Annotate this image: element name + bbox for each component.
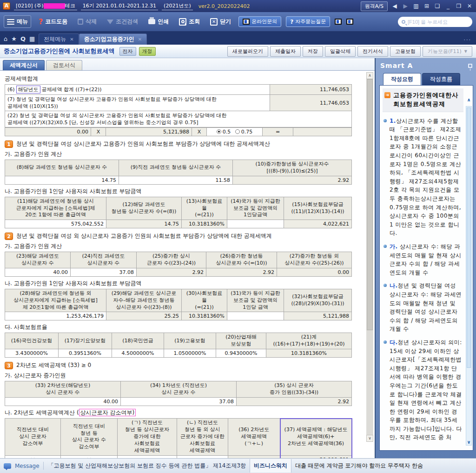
bulk-delete-button[interactable]: 일괄삭제 bbox=[325, 46, 356, 57]
scroll-down-icon[interactable]: ∨ bbox=[466, 440, 471, 445]
table-header-cell: (26)증가한 청년등 상시근로자 수(=(10)) bbox=[206, 252, 277, 268]
radio-rate-05[interactable] bbox=[217, 129, 221, 134]
section1-sub-a: 가. 고용증가 인원 계산 bbox=[5, 150, 375, 158]
table-value-cell: 2.92 bbox=[137, 268, 206, 276]
tab-writing-guide[interactable]: 작성요령 bbox=[383, 73, 421, 85]
employment-insurance-button[interactable]: 고용보험 bbox=[390, 46, 421, 57]
electronic-badge: 전자 bbox=[119, 47, 136, 56]
table-value-cell[interactable] bbox=[227, 312, 284, 320]
nav-forward-icon[interactable]: ▶ bbox=[402, 3, 409, 9]
nav-back-icon[interactable]: ◀ bbox=[391, 3, 398, 9]
scroll-up-icon[interactable]: ∧ bbox=[466, 97, 471, 102]
remote-as-button[interactable]: 원격A/S bbox=[361, 1, 388, 11]
print-button[interactable]: 인쇄 bbox=[145, 16, 172, 27]
tab-close-icon[interactable]: ✕ bbox=[70, 37, 73, 42]
close-button[interactable]: ✕ bbox=[466, 3, 473, 9]
sidebar-scrollbar[interactable]: ∧ ∨ bbox=[466, 106, 472, 446]
tab-close-icon[interactable]: ✕ bbox=[138, 37, 142, 42]
cascade-icon[interactable]: ❏ bbox=[434, 3, 441, 9]
window-small-icon-2[interactable] bbox=[346, 19, 353, 25]
faq-button[interactable]: ?자주묻는질문 bbox=[286, 16, 330, 27]
table-value-cell[interactable]: 14.75 bbox=[5, 176, 119, 184]
table-value-cell[interactable]: 37.08 bbox=[121, 397, 237, 406]
maximize-button[interactable]: ❒ bbox=[455, 3, 463, 9]
scrollbar-thumb[interactable] bbox=[367, 79, 373, 330]
table-value-cell[interactable] bbox=[227, 220, 284, 228]
year-select[interactable]: 해당년도 bbox=[16, 86, 40, 93]
submit-date-button[interactable]: 제출일자 bbox=[270, 46, 301, 57]
inquiry-button[interactable]: 조회 bbox=[176, 16, 203, 27]
table-value-cell[interactable]: 37.08 bbox=[71, 268, 137, 276]
section1-table-b: (11)해당 과세연도에 청년등 상시 근로자에게 지급하는 [소득세법]제 2… bbox=[5, 197, 352, 229]
table-value-cell[interactable]: 575,042,552 bbox=[5, 220, 106, 228]
table-header-cell: 직전년도 대비 청년 등 상시 근로자 수 감소여부 bbox=[61, 419, 118, 455]
reload-button[interactable]: 새로불러오기 bbox=[227, 46, 268, 57]
close-box-icon: ✕ bbox=[210, 18, 218, 26]
delete-button: 삭제 bbox=[75, 16, 99, 27]
table-value-cell[interactable]: 3.4300000% bbox=[5, 349, 59, 358]
table-value-cell[interactable]: 40.00 bbox=[5, 397, 121, 406]
table-value-cell[interactable]: 1.0500000% bbox=[164, 349, 216, 358]
save-button[interactable]: 저장 bbox=[303, 46, 323, 57]
grid-view-icon[interactable]: ⊞ bbox=[423, 3, 430, 9]
tab-tax-calc[interactable]: 세액계산서 bbox=[3, 60, 45, 70]
table-value-cell[interactable]: 0.3951360% bbox=[59, 349, 112, 358]
table-value-cell[interactable]: 0.9430000% bbox=[216, 349, 266, 358]
all-menu-icon[interactable]: ▦ bbox=[29, 35, 35, 42]
home-icon[interactable]: ⌂ bbox=[4, 35, 7, 42]
tab-review-form[interactable]: 검토서식 bbox=[46, 60, 82, 70]
tab-all-menu[interactable]: 전체메뉴✕ bbox=[39, 33, 79, 45]
window-small-icon-1[interactable] bbox=[335, 19, 342, 25]
magnifier-icon bbox=[181, 20, 185, 23]
favorite-star-icon[interactable]: ★ bbox=[11, 35, 17, 42]
scroll-up-icon[interactable]: ∧ bbox=[366, 72, 373, 79]
scrollbar-thumb[interactable] bbox=[467, 107, 471, 368]
radio-rate-075[interactable] bbox=[235, 129, 240, 134]
table-value-cell[interactable]: 40.00 bbox=[5, 268, 71, 276]
split-view-icon[interactable]: ▥ bbox=[412, 3, 420, 9]
scroll-down-icon[interactable]: ∨ bbox=[366, 435, 373, 442]
table-value-cell: 5,121,988 bbox=[284, 312, 352, 320]
code-help-button[interactable]: ?코드도움 bbox=[36, 15, 70, 28]
table-header-cell: (11)해당 과세연도에 청년등 상시 근로자에게 지급하는 [소득세법]제 2… bbox=[5, 197, 106, 220]
table-header-cell: (27)증가한 청년등 외 상시근로자 수((25)-(26)) bbox=[277, 252, 352, 268]
table-value-cell[interactable]: 1,253,426,179 bbox=[5, 312, 106, 320]
global-search[interactable] bbox=[398, 17, 472, 27]
faq-icon: ? bbox=[290, 19, 293, 25]
section2-table-b: (28)해당 과세연도에 청년등 외 상시근로자에게 지급하는 [소득세법] 제… bbox=[5, 289, 352, 321]
company-name-masked bbox=[44, 3, 65, 9]
table-value-cell: 2.92 bbox=[206, 268, 277, 276]
radio-rate-05-label: 0.5 bbox=[223, 129, 231, 135]
formula-value-1[interactable]: 0.00 bbox=[5, 128, 91, 136]
previous-form-button[interactable]: 전기서식 bbox=[357, 46, 388, 57]
close-window-button[interactable]: ✕닫기 bbox=[207, 16, 234, 27]
table-header-cell: (17)장기요양보험 bbox=[59, 333, 112, 349]
minimize-button[interactable]: _ bbox=[444, 3, 452, 9]
tab-current-document[interactable]: 중소기업고용증가인✕ bbox=[79, 33, 147, 45]
menu-button[interactable]: 메뉴 bbox=[4, 15, 31, 28]
pin-icon[interactable] bbox=[468, 64, 472, 68]
menu-label: 메뉴 bbox=[17, 18, 28, 26]
online-inquiry-button[interactable]: 온라인문의 bbox=[238, 16, 281, 27]
fiscal-year-field[interactable]: (2021년도) bbox=[162, 2, 193, 10]
section3-table-b: 직전년도 대비 상시 근로자 감소여부 직전년도 대비 청년 등 상시 근로자 … bbox=[5, 418, 352, 458]
news-source[interactable]: 비즈니스워치 bbox=[250, 459, 291, 473]
table-header-cell: (25)증가한 상시 근로자 수((23)-(24)) bbox=[137, 252, 206, 268]
table-value-cell[interactable]: 11.58 bbox=[119, 176, 233, 184]
search-input[interactable] bbox=[408, 19, 469, 25]
table-header-cell: (32)사회보험료부담금 ((28)/(29)X(30)-(31)) bbox=[284, 289, 352, 312]
table-header-cell: (34) 1차년도 (직전년도) 상시 근로자 수 bbox=[121, 381, 237, 398]
table-value-cell[interactable]: 4.5000000% bbox=[112, 349, 164, 358]
main-scrollbar[interactable]: ∧ ∨ bbox=[366, 72, 373, 442]
rate-radio-group: 0.5 0.75 bbox=[207, 128, 263, 136]
fiscal-period-field[interactable]: 16기 2021.01.01-2021.12.31 bbox=[81, 2, 158, 10]
table-header-cell: (24)직전 과세연도 상시근로자 수 bbox=[71, 252, 137, 268]
table-header-cell: (36) 2차년도 세액공제액 (ㄱ+ㄴ) bbox=[228, 419, 280, 455]
company-field[interactable]: [0210] (주)테크 bbox=[14, 2, 77, 10]
tab-overflow-button[interactable]: ··· bbox=[459, 37, 476, 45]
news-headline[interactable]: 대출 때문에 계약금 포기해야 할까요 무주택자 한숨 bbox=[295, 462, 423, 470]
tab-writing-flow[interactable]: 작성흐름 bbox=[422, 73, 460, 85]
document-tabstrip: ⌂ ★ Q ▦ 전체메뉴✕ 중소기업고용증가인✕ ··· bbox=[0, 32, 476, 45]
quick-icon[interactable]: Q bbox=[20, 35, 26, 42]
table-header-cell: (19)고용보험 bbox=[164, 333, 216, 349]
